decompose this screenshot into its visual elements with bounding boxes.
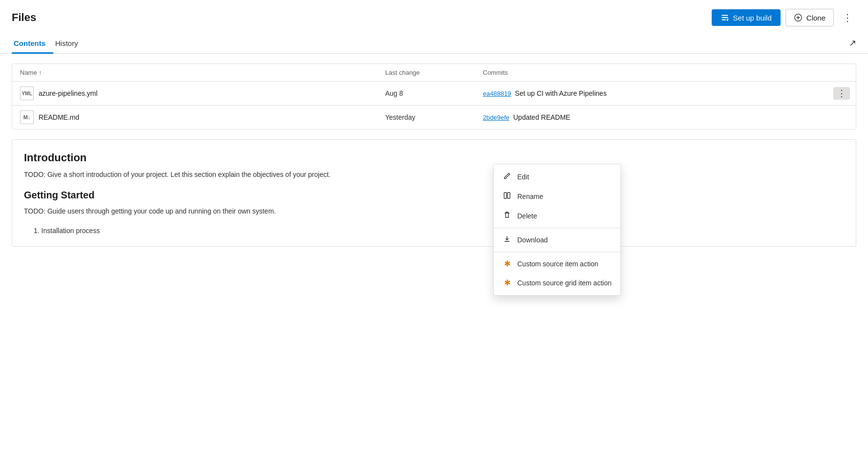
- file-date: Aug 8: [385, 89, 483, 97]
- menu-label-download: Download: [517, 236, 548, 244]
- file-name-cell: YML azure-pipelines.yml: [20, 86, 385, 100]
- page-title: Files: [12, 11, 36, 24]
- header-more-button[interactable]: ⋮: [839, 10, 856, 25]
- svg-rect-2: [508, 193, 510, 198]
- context-menu: Edit Rename Delete Download ✱ Custom sou…: [493, 164, 621, 257]
- download-icon: [503, 235, 511, 245]
- rename-icon: [503, 192, 511, 201]
- getting-started-title: Getting Started: [24, 190, 844, 201]
- file-icon-yml: YML: [20, 86, 34, 100]
- commit-hash[interactable]: 2bde9efe: [483, 114, 509, 121]
- expand-icon[interactable]: ↗: [849, 38, 856, 48]
- commit-hash[interactable]: ea488819: [483, 90, 511, 97]
- tab-contents[interactable]: Contents: [12, 34, 53, 54]
- intro-text: TODO: Give a short introduction of your …: [24, 169, 844, 180]
- menu-item-custom-source-item[interactable]: ✱ Custom source item action: [494, 254, 620, 257]
- readme-content: Introduction TODO: Give a short introduc…: [12, 139, 856, 247]
- menu-item-edit[interactable]: Edit: [494, 167, 620, 187]
- pencil-icon: [503, 172, 511, 182]
- column-commits: Commits: [483, 69, 848, 76]
- table-row[interactable]: YML azure-pipelines.yml Aug 8 ea488819 S…: [12, 82, 856, 106]
- getting-started-text: TODO: Guide users through getting your c…: [24, 206, 844, 216]
- file-table: Name ↑ Last change Commits YML azure-pip…: [12, 64, 856, 129]
- setup-build-button[interactable]: Set up build: [712, 9, 781, 26]
- menu-divider-2: [494, 252, 620, 252]
- menu-item-download[interactable]: Download: [494, 230, 620, 250]
- file-commit: ea488819 Set up CI with Azure Pipelines: [483, 89, 848, 97]
- table-row[interactable]: M↓ README.md Yesterday 2bde9efe Updated …: [12, 106, 856, 129]
- file-date: Yesterday: [385, 113, 483, 121]
- clone-button[interactable]: Clone: [785, 9, 834, 26]
- menu-item-rename[interactable]: Rename: [494, 187, 620, 206]
- column-last-change: Last change: [385, 69, 483, 76]
- intro-title: Introduction: [24, 151, 844, 164]
- trash-icon: [503, 211, 511, 221]
- file-row-actions: ⋮: [833, 87, 850, 100]
- svg-rect-1: [504, 193, 507, 198]
- file-commit: 2bde9efe Updated README: [483, 113, 848, 121]
- menu-label-delete: Delete: [517, 212, 537, 220]
- file-icon-md: M↓: [20, 110, 34, 124]
- menu-item-delete[interactable]: Delete: [494, 206, 620, 226]
- menu-label-edit: Edit: [517, 173, 529, 181]
- header-left: Files: [12, 11, 36, 24]
- tab-history[interactable]: History: [53, 34, 86, 54]
- column-name: Name ↑: [20, 69, 385, 76]
- header-right: Set up build Clone ⋮: [712, 9, 856, 26]
- tabs-bar: Contents History ↗: [0, 34, 868, 54]
- clone-icon: [794, 13, 803, 22]
- file-name: azure-pipelines.yml: [39, 89, 98, 97]
- menu-divider-1: [494, 228, 620, 228]
- setup-build-icon: [720, 13, 729, 22]
- commit-message: Set up CI with Azure Pipelines: [515, 89, 607, 97]
- menu-label-rename: Rename: [517, 193, 543, 200]
- page-header: Files Set up build Clone ⋮: [0, 0, 868, 34]
- file-table-header: Name ↑ Last change Commits: [12, 64, 856, 82]
- list-item-1: 1. Installation process: [34, 227, 844, 235]
- file-name: README.md: [39, 113, 79, 121]
- commit-message: Updated README: [513, 113, 571, 121]
- row-more-button[interactable]: ⋮: [833, 87, 850, 100]
- file-name-cell: M↓ README.md: [20, 110, 385, 124]
